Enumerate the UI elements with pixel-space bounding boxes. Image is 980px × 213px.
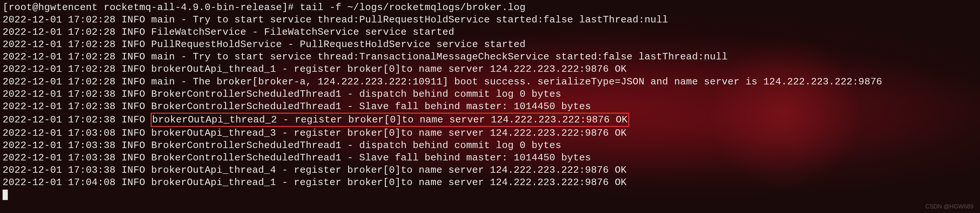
terminal-output[interactable]: [root@hgwtencent rocketmq-all-4.9.0-bin-…	[3, 1, 977, 201]
log-line: 2022-12-01 17:02:38 INFO BrokerControlle…	[3, 100, 977, 113]
highlighted-text: brokerOutApi_thread_2 - register broker[…	[151, 113, 629, 127]
log-line: 2022-12-01 17:03:08 INFO brokerOutApi_th…	[3, 127, 977, 139]
log-line: 2022-12-01 17:02:28 INFO main - Try to s…	[3, 14, 977, 26]
log-line: 2022-12-01 17:02:28 INFO main - Try to s…	[3, 51, 977, 63]
watermark-text: CSDN @HGW689	[926, 203, 974, 210]
log-line: 2022-12-01 17:02:28 INFO PullRequestHold…	[3, 38, 977, 51]
log-line: 2022-12-01 17:03:38 INFO brokerOutApi_th…	[3, 164, 977, 176]
log-line-highlighted: 2022-12-01 17:02:38 INFO brokerOutApi_th…	[3, 113, 977, 127]
log-line: 2022-12-01 17:03:38 INFO BrokerControlle…	[3, 152, 977, 164]
command-prompt-line: [root@hgwtencent rocketmq-all-4.9.0-bin-…	[3, 1, 977, 14]
log-line: 2022-12-01 17:03:38 INFO BrokerControlle…	[3, 139, 977, 152]
log-line: 2022-12-01 17:02:28 INFO FileWatchServic…	[3, 26, 977, 38]
cursor-icon	[3, 190, 8, 200]
log-prefix: 2022-12-01 17:02:38 INFO	[3, 114, 151, 126]
log-line: 2022-12-01 17:04:08 INFO brokerOutApi_th…	[3, 176, 977, 189]
cursor-line	[3, 189, 977, 201]
log-line: 2022-12-01 17:02:38 INFO BrokerControlle…	[3, 88, 977, 100]
log-line: 2022-12-01 17:02:28 INFO main - The brok…	[3, 76, 977, 88]
log-line: 2022-12-01 17:02:28 INFO brokerOutApi_th…	[3, 63, 977, 75]
